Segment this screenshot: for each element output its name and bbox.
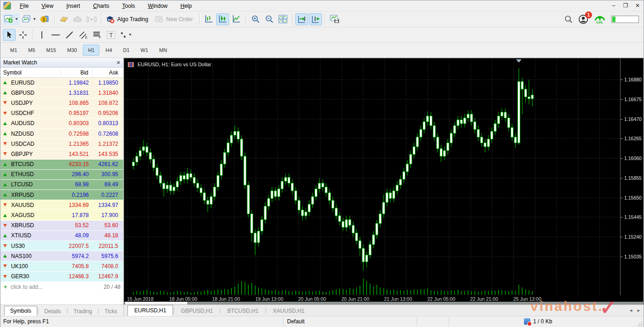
profiles-button[interactable]: ▼ <box>21 13 38 25</box>
trendline-tool-button[interactable] <box>63 29 76 41</box>
market-watch-row[interactable]: XRPUSD0.21960.2227 <box>0 190 123 200</box>
horizontal-line-tool-button[interactable] <box>49 29 62 41</box>
market-watch-row[interactable]: GBPJPY143.521143.535 <box>0 149 123 159</box>
market-watch-row[interactable]: NZDUSD0.725980.72608 <box>0 129 123 139</box>
click-to-add-row[interactable]: + click to add... 20 / 48 <box>0 282 123 292</box>
close-button[interactable]: ✕ <box>632 1 644 11</box>
market-watch-row[interactable]: USDCAD1.213651.21372 <box>0 139 123 149</box>
chart-tab-eurusd-h1[interactable]: EURUSD,H1 <box>127 305 173 316</box>
auto-scroll-button[interactable] <box>295 13 308 25</box>
lvl-indicator[interactable]: LVL <box>594 14 606 24</box>
market-watch-row[interactable]: NAS1005974.25975.6 <box>0 251 123 261</box>
bid-cell: 17.878 <box>61 212 92 218</box>
cursor-tool-button[interactable] <box>3 29 16 41</box>
market-watch-row[interactable]: EURUSD1.198421.19850 <box>0 78 123 88</box>
column-symbol[interactable]: Symbol <box>0 69 61 76</box>
tab-scroll-right-icon[interactable]: ► <box>637 308 641 313</box>
market-watch-row[interactable]: XAUUSD1334.691334.97 <box>0 200 123 210</box>
tile-windows-button[interactable] <box>276 13 289 25</box>
tab-trading[interactable]: Trading <box>68 307 98 316</box>
new-order-button[interactable]: New Order <box>153 13 196 25</box>
notifications-button[interactable]: 1 <box>578 14 588 24</box>
menu-insert[interactable]: Insert <box>60 1 86 11</box>
cloud-button[interactable] <box>71 13 84 25</box>
menu-window[interactable]: Window <box>142 1 174 11</box>
tab-scroll-left-icon[interactable]: ◄ <box>629 308 633 313</box>
vertical-line-tool-button[interactable] <box>35 29 48 41</box>
market-watch-row[interactable]: BTCUSD4233.154261.62 <box>0 160 123 170</box>
chart-canvas[interactable]: EURUSD, H1: Euro vs US Dollar 1.168801.1… <box>124 58 644 304</box>
svg-text:$: $ <box>43 17 46 22</box>
market-watch-row[interactable]: GBPUSD1.318311.31840 <box>0 88 123 98</box>
market-watch-titlebar[interactable]: Market Watch ✕ <box>0 58 123 68</box>
symbol-cell: BTCUSD <box>0 161 61 167</box>
timeframe-mn[interactable]: MN <box>154 45 172 56</box>
history-center-button[interactable] <box>58 13 70 25</box>
price-tick-label: 1.15445 <box>624 214 642 220</box>
zoom-out-button[interactable] <box>263 13 276 25</box>
market-watch-row[interactable]: AUDUSD0.803030.80313 <box>0 119 123 129</box>
chart-tab-xauusd-h1[interactable]: XAUUSD,H1 <box>266 306 311 316</box>
timeframe-h4[interactable]: H4 <box>100 45 117 56</box>
new-chart-button[interactable]: ▼ <box>3 13 20 25</box>
resize-grip[interactable] <box>637 321 643 327</box>
chart-tab-gbpusd-h1[interactable]: GBPUSD,H1 <box>174 306 219 316</box>
time-axis[interactable]: 15 Jun 201818 Jun 05:0018 Jun 21:0019 Ju… <box>124 296 643 302</box>
menu-view[interactable]: View <box>35 1 59 11</box>
menu-help[interactable]: Help <box>174 1 198 11</box>
restore-button[interactable]: ❐ <box>620 1 632 11</box>
bar-chart-mode-button[interactable] <box>202 13 215 25</box>
algo-trading-button[interactable]: Algo Trading <box>104 13 152 25</box>
zoom-in-button[interactable] <box>249 13 262 25</box>
market-watch-row[interactable]: USDCHF0.951970.95206 <box>0 109 123 119</box>
arrows-tool-button[interactable]: ▼ <box>118 29 133 41</box>
timeframe-m30[interactable]: M30 <box>62 45 82 56</box>
minimize-button[interactable]: – <box>608 1 620 11</box>
symbol-cell: LTCUSD <box>0 181 61 188</box>
market-watch-row[interactable]: US3022007.522011.5 <box>0 241 123 251</box>
tab-details[interactable]: Details <box>39 307 67 316</box>
candlestick-mode-button[interactable] <box>216 13 229 25</box>
timeframe-d1[interactable]: D1 <box>118 45 135 56</box>
market-watch-row[interactable]: LTCUSD68.9869.49 <box>0 180 123 190</box>
templates-button[interactable] <box>328 13 341 25</box>
symbol-cell: NZDUSD <box>0 131 61 137</box>
line-chart-mode-button[interactable] <box>230 13 243 25</box>
text-tool-button[interactable]: T <box>104 29 117 41</box>
chart-tab-btcusd-h1[interactable]: BTCUSD,H1 <box>221 306 265 316</box>
price-axis[interactable]: 1.168801.166751.164701.162651.160601.158… <box>620 58 644 295</box>
market-watch-row[interactable]: XBRUSD53.5253.60 <box>0 221 123 231</box>
menu-charts[interactable]: Charts <box>87 1 115 11</box>
column-ask[interactable]: Ask <box>92 69 121 76</box>
timeframe-h1[interactable]: H1 <box>83 45 99 56</box>
market-watch-row[interactable]: GER3012466.312467.9 <box>0 272 123 282</box>
market-watch-row[interactable]: UK1007405.87408.0 <box>0 261 123 271</box>
timeframe-w1[interactable]: W1 <box>136 45 154 56</box>
market-watch-row[interactable]: USDJPY108.865108.872 <box>0 98 123 108</box>
timeframe-m15[interactable]: M15 <box>41 45 61 56</box>
timeframe-m5[interactable]: M5 <box>23 45 40 56</box>
signals-button[interactable] <box>85 13 98 25</box>
chart-shift-button[interactable] <box>309 13 322 25</box>
vertical-line-icon <box>40 31 44 39</box>
tab-ticks[interactable]: Ticks <box>99 307 123 316</box>
status-profile[interactable]: Default <box>287 318 305 325</box>
search-icon[interactable] <box>564 15 573 23</box>
market-watch-button[interactable]: $ <box>39 13 52 25</box>
tab-symbols[interactable]: Symbols <box>4 306 37 316</box>
column-bid[interactable]: Bid <box>61 69 92 76</box>
fibonacci-tool-button[interactable]: F <box>91 29 104 41</box>
equidistant-channel-tool-button[interactable]: E <box>77 29 90 41</box>
close-icon[interactable]: ✕ <box>116 60 121 66</box>
menu-file[interactable]: File <box>14 1 34 11</box>
crosshair-tool-button[interactable] <box>17 29 29 41</box>
market-watch-row[interactable]: XAGUSD17.87817.900 <box>0 210 123 220</box>
menu-tools[interactable]: Tools <box>116 1 141 11</box>
connection-status-icon[interactable] <box>524 318 530 325</box>
market-watch-row[interactable]: XTIUSD48.0948.18 <box>0 231 123 241</box>
market-watch-row[interactable]: ETHUSD296.40300.95 <box>0 170 123 180</box>
candlestick-plot[interactable] <box>124 58 620 296</box>
symbol-cell: XRPUSD <box>0 192 61 198</box>
zoom-in-icon <box>251 15 260 23</box>
timeframe-m1[interactable]: M1 <box>5 45 22 56</box>
